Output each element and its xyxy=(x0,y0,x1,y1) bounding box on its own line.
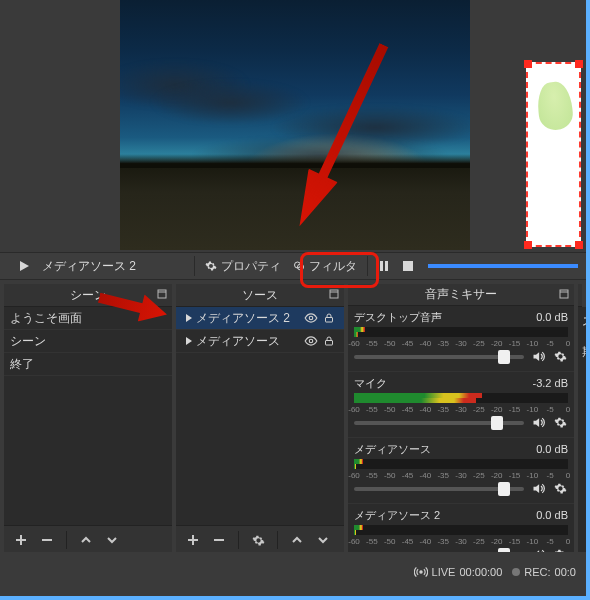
level-meter xyxy=(354,393,568,403)
svg-rect-5 xyxy=(403,261,413,271)
source-properties-button[interactable] xyxy=(249,531,267,549)
resize-handle[interactable] xyxy=(575,241,583,249)
meter-ticks: -60-55-50-45-40-35-30-25-20-15-10-50 xyxy=(354,537,568,545)
speaker-icon[interactable] xyxy=(530,415,546,431)
svg-point-9 xyxy=(309,316,313,320)
selected-overlay[interactable] xyxy=(526,62,581,247)
stop-button[interactable] xyxy=(396,254,420,278)
source-row[interactable]: メディアソース 2 xyxy=(176,307,344,330)
source-label: メディアソース 2 xyxy=(196,310,302,327)
scenes-toolbar xyxy=(4,525,172,554)
expand-icon xyxy=(182,337,196,345)
pause-button[interactable] xyxy=(372,254,396,278)
channel-name: メディアソース xyxy=(354,442,431,457)
popout-icon[interactable] xyxy=(328,288,340,300)
scenes-list[interactable]: ようこそ画面シーン終了 xyxy=(4,307,172,525)
channel-db: 0.0 dB xyxy=(536,509,568,521)
popout-icon[interactable] xyxy=(578,289,582,301)
source-row[interactable]: メディアソース xyxy=(176,330,344,353)
live-time: 00:00:00 xyxy=(459,566,502,578)
meter-ticks: -60-55-50-45-40-35-30-25-20-15-10-50 xyxy=(354,339,568,347)
mixer-channel: マイク-3.2 dB-60-55-50-45-40-35-30-25-20-15… xyxy=(348,372,574,438)
mixer-channel: メディアソース 20.0 dB-60-55-50-45-40-35-30-25-… xyxy=(348,504,574,554)
visibility-toggle[interactable] xyxy=(302,334,320,348)
level-meter xyxy=(354,459,568,469)
add-button[interactable] xyxy=(184,531,202,549)
speaker-icon[interactable] xyxy=(530,349,546,365)
dock-area: シーン ようこそ画面シーン終了 ソース メディアソー xyxy=(0,284,586,554)
source-label: メディアソース xyxy=(196,333,302,350)
properties-label: プロパティ xyxy=(221,258,281,275)
sources-panel: ソース メディアソース 2メディアソース xyxy=(176,284,344,554)
extra-title xyxy=(578,284,582,307)
lock-toggle[interactable] xyxy=(320,335,338,347)
popout-icon[interactable] xyxy=(156,288,168,300)
filter-icon xyxy=(293,260,305,272)
mixer-title: 音声ミキサー xyxy=(348,284,574,306)
filters-label: フィルタ xyxy=(309,258,357,275)
preview-ground xyxy=(120,168,470,250)
svg-rect-3 xyxy=(380,261,383,271)
resize-handle[interactable] xyxy=(575,60,583,68)
svg-rect-7 xyxy=(330,290,338,298)
filters-button[interactable]: フィルタ xyxy=(287,254,363,278)
sources-toolbar xyxy=(176,525,344,554)
scenes-panel: シーン ようこそ画面シーン終了 xyxy=(4,284,172,554)
add-button[interactable] xyxy=(12,531,30,549)
media-control-bar: メディアソース 2 プロパティ フィルタ xyxy=(0,252,586,280)
meter-ticks: -60-55-50-45-40-35-30-25-20-15-10-50 xyxy=(354,405,568,413)
channel-settings-button[interactable] xyxy=(552,415,568,431)
speaker-icon[interactable] xyxy=(530,481,546,497)
channel-settings-button[interactable] xyxy=(552,349,568,365)
sources-title: ソース xyxy=(176,284,344,307)
channel-settings-button[interactable] xyxy=(552,481,568,497)
move-down-button[interactable] xyxy=(103,531,121,549)
media-progress[interactable] xyxy=(428,264,578,268)
scene-row[interactable]: 終了 xyxy=(4,353,172,376)
scene-row[interactable]: シーン xyxy=(4,330,172,353)
svg-rect-14 xyxy=(560,290,568,298)
svg-rect-4 xyxy=(385,261,388,271)
visibility-toggle[interactable] xyxy=(302,311,320,325)
live-label: LIVE xyxy=(432,566,456,578)
volume-fader[interactable] xyxy=(354,487,524,491)
channel-db: -3.2 dB xyxy=(533,377,568,389)
svg-rect-13 xyxy=(326,341,333,346)
preview-canvas[interactable] xyxy=(120,0,470,250)
channel-name: マイク xyxy=(354,376,387,391)
popout-icon[interactable] xyxy=(558,288,570,300)
status-bar: LIVE 00:00:00 REC: 00:0 xyxy=(0,552,586,592)
extra-panel: スイ 期間 xyxy=(578,284,582,554)
move-up-button[interactable] xyxy=(77,531,95,549)
svg-point-12 xyxy=(309,339,313,343)
properties-button[interactable]: プロパティ xyxy=(199,254,287,278)
scene-label: シーン xyxy=(10,333,166,350)
volume-fader[interactable] xyxy=(354,355,524,359)
resize-handle[interactable] xyxy=(524,60,532,68)
move-up-button[interactable] xyxy=(288,531,306,549)
overlay-leaf-icon xyxy=(536,80,575,131)
play-button[interactable] xyxy=(12,254,36,278)
channel-name: デスクトップ音声 xyxy=(354,310,442,325)
broadcast-icon xyxy=(414,565,428,579)
channel-db: 0.0 dB xyxy=(536,443,568,455)
lock-toggle[interactable] xyxy=(320,312,338,324)
svg-marker-8 xyxy=(186,314,192,322)
channel-db: 0.0 dB xyxy=(536,311,568,323)
level-meter xyxy=(354,327,568,337)
svg-rect-6 xyxy=(158,290,166,298)
channel-name: メディアソース 2 xyxy=(354,508,440,523)
mixer-channel: メディアソース0.0 dB-60-55-50-45-40-35-30-25-20… xyxy=(348,438,574,504)
remove-button[interactable] xyxy=(210,531,228,549)
expand-icon xyxy=(182,314,196,322)
move-down-button[interactable] xyxy=(314,531,332,549)
sources-list[interactable]: メディアソース 2メディアソース xyxy=(176,307,344,525)
rec-dot-icon xyxy=(512,568,520,576)
mixer-list[interactable]: デスクトップ音声0.0 dB-60-55-50-45-40-35-30-25-2… xyxy=(348,306,574,554)
remove-button[interactable] xyxy=(38,531,56,549)
svg-marker-11 xyxy=(186,337,192,345)
preview-area xyxy=(0,0,586,276)
volume-fader[interactable] xyxy=(354,421,524,425)
scene-label: 終了 xyxy=(10,356,166,373)
resize-handle[interactable] xyxy=(524,241,532,249)
